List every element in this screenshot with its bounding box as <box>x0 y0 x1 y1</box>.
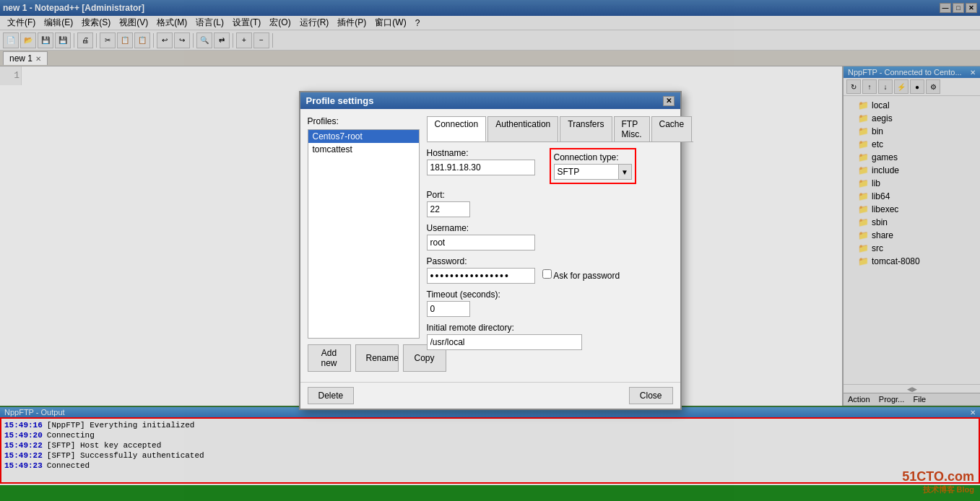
rename-button[interactable]: Rename <box>355 344 399 372</box>
username-input[interactable] <box>427 235 535 250</box>
profile-settings-dialog: Profile settings ✕ Profiles: Centos7-roo… <box>299 91 682 410</box>
hostname-connectiontype-row: Hostname: Connection type: SFTP FTP <box>427 148 694 190</box>
password-field-group: Password: Ask for password <box>427 256 694 284</box>
initial-dir-field-group: Initial remote directory: <box>427 323 694 350</box>
dialog-close-button[interactable]: ✕ <box>663 96 675 106</box>
settings-tab-cache[interactable]: Cache <box>651 116 693 141</box>
dialog-title-bar: Profile settings ✕ <box>300 92 680 109</box>
timeout-field-group: Timeout (seconds): <box>427 289 694 317</box>
close-button[interactable]: Close <box>629 387 673 404</box>
settings-tab-connection[interactable]: Connection <box>427 116 487 141</box>
hostname-input[interactable] <box>427 160 535 175</box>
dialog-action-buttons: Add new Rename Copy <box>308 344 420 375</box>
port-label: Port: <box>427 190 694 200</box>
profile-item-tomcattest[interactable]: tomcattest <box>308 143 419 156</box>
port-field-group: Port: <box>427 190 694 217</box>
dropdown-arrow-icon[interactable]: ▼ <box>619 164 632 180</box>
password-row: Ask for password <box>427 268 694 284</box>
hostname-label: Hostname: <box>427 148 535 158</box>
dialog-body: Profiles: Centos7-roottomcattest Add new… <box>300 109 680 382</box>
ask-password-text: Ask for password <box>553 271 620 281</box>
password-input[interactable] <box>427 268 535 284</box>
timeout-input[interactable] <box>427 301 470 317</box>
ask-password-checkbox[interactable] <box>542 269 552 279</box>
settings-tab-transfers[interactable]: Transfers <box>560 116 612 141</box>
connection-type-box: Connection type: SFTP FTP FTPS ▼ <box>550 148 636 184</box>
dialog-footer: Delete Close <box>300 382 680 409</box>
settings-section: ConnectionAuthenticationTransfersFTP Mis… <box>427 116 694 375</box>
settings-tabs: ConnectionAuthenticationTransfersFTP Mis… <box>427 116 694 142</box>
password-label: Password: <box>427 256 694 266</box>
ask-password-label: Ask for password <box>542 269 620 281</box>
settings-tab-authentication[interactable]: Authentication <box>487 116 558 141</box>
username-field-group: Username: <box>427 223 694 250</box>
initial-dir-label: Initial remote directory: <box>427 323 694 333</box>
settings-tab-ftp-misc-[interactable]: FTP Misc. <box>614 116 650 141</box>
timeout-label: Timeout (seconds): <box>427 289 694 300</box>
hostname-field-group: Hostname: <box>427 148 535 175</box>
profiles-section: Profiles: Centos7-roottomcattest Add new… <box>308 116 420 375</box>
port-input[interactable] <box>427 201 470 217</box>
initial-dir-input[interactable] <box>427 334 582 350</box>
dialog-overlay: Profile settings ✕ Profiles: Centos7-roo… <box>0 0 980 501</box>
add-new-button[interactable]: Add new <box>308 344 351 372</box>
connection-type-label: Connection type: <box>554 152 632 162</box>
connection-form: Hostname: Connection type: SFTP FTP <box>427 148 694 350</box>
delete-button[interactable]: Delete <box>308 387 355 404</box>
profile-item-centos7-root[interactable]: Centos7-root <box>308 130 419 143</box>
dialog-title: Profile settings <box>306 95 374 106</box>
username-label: Username: <box>427 223 694 233</box>
connection-type-dropdown-container: SFTP FTP FTPS ▼ <box>554 164 632 180</box>
connection-type-field-group: Connection type: SFTP FTP FTPS ▼ <box>550 148 636 184</box>
connection-type-select[interactable]: SFTP FTP FTPS <box>554 164 619 180</box>
profiles-label: Profiles: <box>308 116 420 126</box>
profiles-list[interactable]: Centos7-roottomcattest <box>308 129 420 339</box>
